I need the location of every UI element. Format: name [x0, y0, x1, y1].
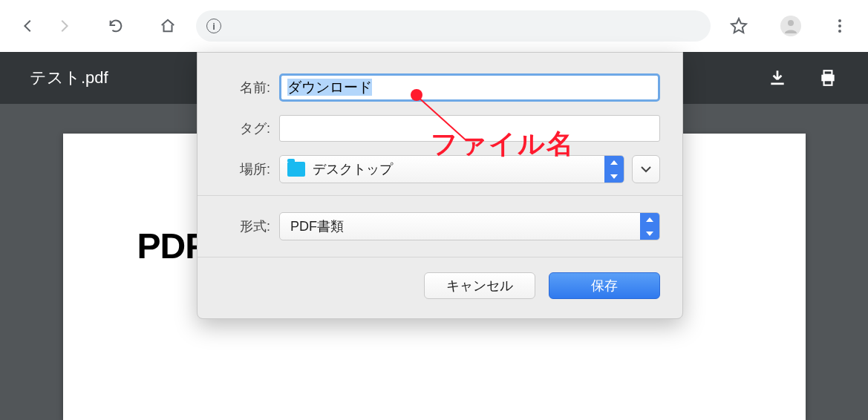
download-icon	[768, 68, 787, 88]
chevron-down-icon	[641, 165, 651, 173]
back-button[interactable]	[15, 13, 42, 39]
save-dialog: 名前: ダウンロード タグ: 場所: デスクトップ	[197, 52, 683, 319]
save-button[interactable]: 保存	[549, 272, 660, 299]
name-label: 名前:	[220, 79, 279, 96]
dot-icon	[838, 19, 841, 22]
cancel-button[interactable]: キャンセル	[424, 272, 535, 299]
format-value: PDF書類	[290, 217, 640, 235]
reload-button[interactable]	[102, 13, 129, 39]
url-bar[interactable]: i	[196, 10, 711, 42]
stepper-icon	[640, 212, 659, 240]
annotation-dot	[411, 89, 422, 101]
svg-rect-1	[771, 83, 783, 85]
print-button[interactable]	[818, 68, 838, 88]
home-icon	[160, 18, 176, 34]
tags-label: タグ:	[220, 119, 279, 137]
svg-point-0	[788, 20, 794, 26]
browser-toolbar: i	[0, 0, 868, 52]
forward-button[interactable]	[50, 13, 77, 39]
format-label: 形式:	[220, 217, 279, 235]
dot-icon	[838, 24, 841, 27]
star-icon	[730, 17, 748, 35]
location-value: デスクトップ	[313, 160, 604, 178]
bookmark-button[interactable]	[725, 13, 752, 39]
expand-location-button[interactable]	[632, 155, 660, 183]
print-icon	[818, 68, 838, 88]
home-button[interactable]	[154, 13, 181, 39]
folder-icon	[287, 162, 305, 177]
filename-value: ダウンロード	[287, 79, 372, 96]
format-select[interactable]: PDF書類	[279, 212, 660, 240]
pdf-filename: テスト.pdf	[30, 67, 108, 89]
back-icon	[20, 18, 36, 34]
reload-icon	[108, 18, 124, 34]
forward-icon	[56, 18, 72, 34]
profile-avatar[interactable]	[780, 16, 801, 36]
stepper-icon	[604, 155, 624, 183]
filename-input[interactable]: ダウンロード	[279, 73, 660, 102]
svg-rect-2	[824, 70, 832, 74]
site-info-icon[interactable]: i	[206, 19, 221, 33]
location-label: 場所:	[220, 160, 279, 178]
avatar-icon	[782, 17, 800, 35]
annotation-text: ファイル名	[431, 126, 575, 163]
dot-icon	[838, 30, 841, 33]
browser-menu-button[interactable]	[826, 13, 853, 39]
download-button[interactable]	[767, 68, 788, 88]
